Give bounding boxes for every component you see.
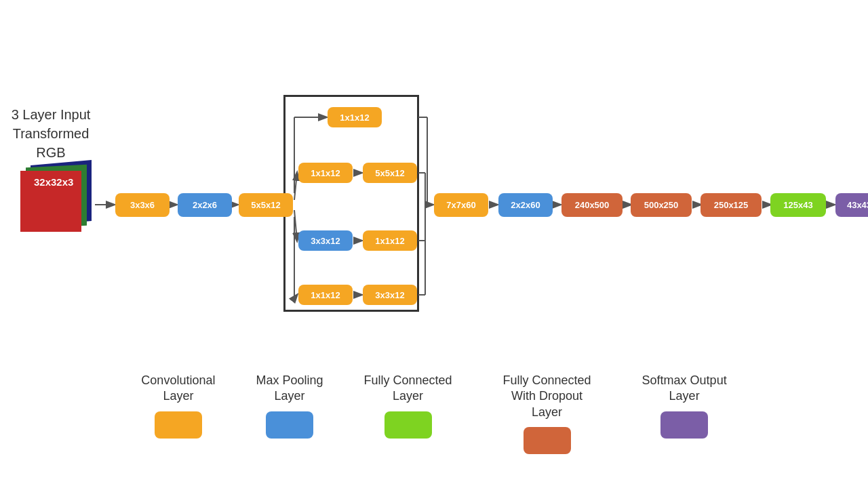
- legend-fullyconnected-dropout-label: Fully Connected With DropoutLayer: [493, 373, 601, 420]
- legend-convolutional: ConvolutionalLayer: [141, 373, 215, 439]
- legend-softmax-swatch: [660, 411, 708, 439]
- node-inception-1x1x12-top: 1x1x12: [328, 107, 382, 127]
- node-240x500: 240x500: [561, 193, 623, 217]
- legend-convolutional-swatch: [155, 411, 202, 439]
- legend-area: ConvolutionalLayer Max PoolingLayer Full…: [0, 359, 868, 488]
- node-43x43: 43x43: [835, 193, 868, 217]
- node-inception-1x1x12-lower-right: 1x1x12: [363, 230, 417, 251]
- legend-maxpooling-label: Max PoolingLayer: [256, 373, 323, 405]
- legend-fullyconnected-dropout: Fully Connected With DropoutLayer: [493, 373, 601, 454]
- legend-fullyconnected: Fully ConnectedLayer: [364, 373, 452, 439]
- legend-fullyconnected-swatch: [384, 411, 432, 439]
- input-label: 32x32x3: [34, 176, 73, 188]
- node-125x43: 125x43: [770, 193, 826, 217]
- legend-fullyconnected-label: Fully ConnectedLayer: [364, 373, 452, 405]
- legend-dropout-swatch: [524, 427, 571, 454]
- legend-maxpooling: Max PoolingLayer: [256, 373, 323, 439]
- node-250x125: 250x125: [701, 193, 762, 217]
- node-inception-5x5x12-mid-right: 5x5x12: [363, 163, 417, 183]
- legend-softmax: Softmax OutputLayer: [642, 373, 727, 439]
- diagram-area: 3 Layer InputTransformedRGB 32x32x3: [0, 0, 868, 352]
- node-inception-1x1x12-bottom-left: 1x1x12: [298, 285, 353, 305]
- input-stack: 32x32x3: [20, 163, 95, 230]
- node-500x250: 500x250: [631, 193, 692, 217]
- legend-maxpooling-swatch: [266, 411, 313, 439]
- node-2x2x60: 2x2x60: [498, 193, 553, 217]
- node-2x2x6: 2x2x6: [178, 193, 232, 217]
- node-inception-1x1x12-mid-left: 1x1x12: [298, 163, 353, 183]
- node-inception-3x3x12-bottom-right: 3x3x12: [363, 285, 417, 305]
- legend-softmax-label: Softmax OutputLayer: [642, 373, 727, 405]
- arrows-svg: [0, 0, 868, 352]
- node-5x5x12-main: 5x5x12: [239, 193, 293, 217]
- inception-box: [283, 95, 419, 312]
- node-3x3x6: 3x3x6: [115, 193, 170, 217]
- node-7x7x60: 7x7x60: [434, 193, 488, 217]
- node-inception-3x3x12-lower-left: 3x3x12: [298, 230, 353, 251]
- legend-convolutional-label: ConvolutionalLayer: [141, 373, 215, 405]
- input-text-label: 3 Layer InputTransformedRGB: [10, 105, 92, 162]
